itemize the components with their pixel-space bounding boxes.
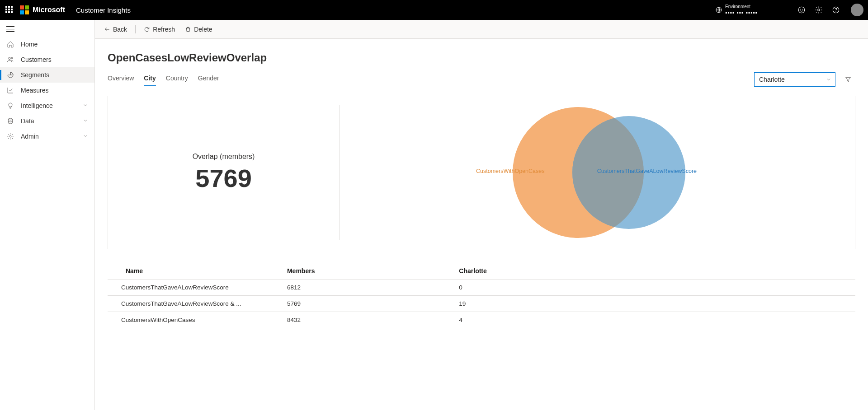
venn-panel: CustomersWithOpenCases CustomersThatGave… (340, 96, 855, 249)
arrow-left-icon (104, 26, 110, 33)
sidebar: Home Customers Segments Measures Intelli… (0, 20, 95, 410)
nav-admin[interactable]: Admin (0, 129, 94, 144)
page-title: OpenCasesLowReviewOverlap (108, 51, 855, 64)
waffle-icon[interactable] (5, 6, 14, 14)
chart-icon (6, 86, 14, 94)
nav-intelligence[interactable]: Intelligence (0, 98, 94, 113)
tab-city[interactable]: City (144, 73, 156, 86)
venn-right-label: CustomersThatGaveALowReviewScore (597, 168, 697, 174)
separator (135, 25, 136, 33)
nav-label: Intelligence (21, 102, 53, 109)
back-button[interactable]: Back (100, 24, 131, 35)
svg-point-6 (835, 11, 836, 12)
cell-name: CustomersThatGaveALowReviewScore & ... (108, 300, 287, 307)
cell-name: CustomersThatGaveALowReviewScore (108, 284, 287, 291)
top-header: Microsoft Customer Insights Environment … (0, 0, 868, 20)
pie-icon (6, 71, 14, 79)
svg-point-10 (9, 135, 11, 137)
nav-label: Customers (21, 56, 52, 63)
table-row[interactable]: CustomersThatGaveALowReviewScore & ... 5… (108, 296, 855, 312)
smile-feedback-icon[interactable] (797, 6, 806, 14)
user-avatar[interactable] (851, 4, 863, 16)
cmd-label: Back (113, 26, 127, 33)
tab-country[interactable]: Country (166, 73, 188, 86)
segments-table: Name Members Charlotte CustomersThatGave… (108, 263, 855, 328)
nav-data[interactable]: Data (0, 113, 94, 129)
filter-button[interactable] (841, 72, 855, 87)
cell-members: 5769 (287, 300, 459, 307)
metric-value: 5769 (195, 163, 252, 193)
col-attribute[interactable]: Charlotte (459, 267, 855, 275)
cmd-label: Refresh (153, 26, 175, 33)
main: Back Refresh Delete OpenCasesLowReviewOv… (95, 20, 868, 410)
svg-point-4 (818, 9, 820, 11)
refresh-button[interactable]: Refresh (140, 24, 179, 35)
nav-home[interactable]: Home (0, 37, 94, 52)
cell-attr: 19 (459, 300, 855, 307)
ms-logo-icon (20, 5, 29, 14)
refresh-icon (144, 26, 150, 33)
overlap-card: Overlap (members) 5769 (108, 96, 855, 249)
table-row[interactable]: CustomersThatGaveALowReviewScore 6812 0 (108, 280, 855, 296)
delete-button[interactable]: Delete (181, 24, 216, 35)
hamburger-button[interactable] (0, 22, 94, 37)
svg-point-2 (800, 9, 801, 10)
venn-left-label: CustomersWithOpenCases (476, 168, 544, 174)
gear-icon (6, 132, 14, 140)
table-header: Name Members Charlotte (108, 263, 855, 280)
cell-attr: 4 (459, 317, 855, 323)
nav-segments[interactable]: Segments (0, 67, 94, 83)
nav-label: Admin (21, 133, 39, 140)
env-label: Environment (725, 5, 788, 9)
attribute-dropdown[interactable]: Charlotte (754, 72, 835, 87)
help-icon[interactable] (832, 6, 840, 14)
venn-diagram: CustomersWithOpenCases CustomersThatGave… (502, 105, 692, 240)
col-name[interactable]: Name (108, 267, 287, 275)
nav-customers[interactable]: Customers (0, 52, 94, 67)
tab-overview[interactable]: Overview (108, 73, 134, 86)
cell-name: CustomersWithOpenCases (108, 317, 287, 323)
gear-icon[interactable] (815, 6, 823, 14)
filter-icon (844, 76, 852, 83)
lightbulb-icon (6, 102, 14, 110)
tabs-row: Overview City Country Gender Charlotte (108, 72, 855, 87)
nav-measures[interactable]: Measures (0, 83, 94, 98)
command-bar: Back Refresh Delete (95, 20, 868, 39)
brand-app: Customer Insights (76, 6, 131, 14)
database-icon (6, 117, 14, 125)
nav-label: Home (21, 41, 38, 48)
nav-label: Segments (21, 71, 49, 79)
nav-label: Measures (21, 87, 48, 94)
chevron-down-icon (83, 102, 88, 109)
tab-gender[interactable]: Gender (198, 73, 219, 86)
people-icon (6, 56, 14, 64)
dropdown-value: Charlotte (759, 76, 785, 83)
svg-point-8 (11, 57, 13, 59)
table-row[interactable]: CustomersWithOpenCases 8432 4 (108, 312, 855, 328)
svg-point-9 (8, 118, 12, 120)
svg-point-7 (9, 57, 11, 60)
cell-attr: 0 (459, 284, 855, 291)
env-value: ▪▪▪▪ ▪▪▪ ▪▪▪▪▪ (725, 10, 788, 15)
cell-members: 6812 (287, 284, 459, 291)
cell-members: 8432 (287, 317, 459, 323)
trash-icon (185, 26, 191, 33)
svg-point-3 (802, 9, 803, 10)
chevron-down-icon (83, 133, 88, 140)
home-icon (6, 40, 14, 48)
brand-ms: Microsoft (33, 6, 65, 14)
globe-icon (715, 6, 722, 14)
svg-point-1 (798, 7, 805, 13)
chevron-down-icon (83, 117, 88, 125)
nav-label: Data (21, 117, 34, 125)
chevron-down-icon (826, 77, 831, 82)
environment-picker[interactable]: Environment ▪▪▪▪ ▪▪▪ ▪▪▪▪▪ (715, 5, 788, 15)
col-members[interactable]: Members (287, 267, 459, 275)
metric-panel: Overlap (members) 5769 (108, 105, 340, 240)
metric-label: Overlap (members) (193, 153, 255, 161)
cmd-label: Delete (194, 26, 212, 33)
